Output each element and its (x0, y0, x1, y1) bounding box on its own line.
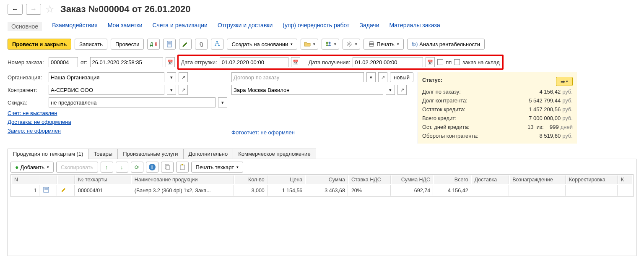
grid-header-row: N № техкарты Наименование продукции Кол-… (12, 175, 632, 184)
svg-rect-0 (167, 41, 171, 47)
tab-invoices[interactable]: Счета и реализации (152, 22, 207, 31)
info-icon[interactable]: i (146, 162, 158, 173)
tab-interactions[interactable]: Взаимодействия (52, 22, 98, 31)
svg-rect-10 (370, 42, 373, 43)
edit-row-icon[interactable] (58, 185, 75, 196)
svg-rect-4 (216, 41, 218, 42)
address-input[interactable] (231, 85, 383, 95)
measure-link[interactable]: Замер: не оформлен (8, 128, 61, 134)
add-button[interactable]: ●Добавить▾ (10, 162, 54, 173)
order-date-input[interactable] (90, 57, 163, 67)
contragent-input[interactable] (49, 85, 164, 95)
calendar-icon[interactable]: 📅 (166, 57, 175, 67)
refresh-icon[interactable]: ⟳ (131, 162, 143, 173)
process-button[interactable]: Провести (111, 39, 144, 50)
dropdown-icon[interactable]: ▾ (167, 72, 176, 82)
plus-icon: ● (15, 164, 18, 170)
open-icon[interactable]: ↗ (397, 85, 407, 95)
svg-point-7 (326, 42, 328, 44)
org-input[interactable] (49, 72, 164, 82)
attach-icon[interactable] (195, 39, 208, 50)
pp-checkbox[interactable] (437, 59, 443, 65)
tab-queue[interactable]: (упр) очередность работ (283, 22, 349, 31)
delivery-link[interactable]: Доставка: не оформлена (8, 119, 71, 125)
move-up-icon[interactable]: ↑ (101, 162, 113, 173)
subtab-products[interactable]: Продукция по техкартам (1) (8, 149, 88, 159)
edit-icon[interactable] (179, 39, 192, 50)
new-contract-button[interactable]: новый (390, 72, 413, 82)
subtab-goods[interactable]: Товары (88, 149, 118, 159)
shipment-date-input[interactable] (220, 57, 288, 67)
tab-shipments[interactable]: Отгрузки и доставки (218, 22, 273, 31)
pp-label: пп (446, 59, 452, 65)
structure-icon[interactable] (211, 39, 223, 50)
record-button[interactable]: Записать (75, 39, 107, 50)
open-icon[interactable]: ↗ (179, 85, 188, 95)
to-stock-label: заказ на склад (462, 59, 500, 65)
print-button[interactable]: Печать▾ (364, 39, 404, 50)
page-title: Заказ №000004 от 26.01.2020 (60, 4, 191, 15)
tab-tasks[interactable]: Задачи (359, 22, 379, 31)
folder-icon[interactable]: ▾ (301, 39, 318, 50)
grid-row[interactable]: 1 000004/01 (Банер 3.2 (360 dpi) 1x2, За… (12, 185, 632, 196)
receive-date-input[interactable] (353, 57, 423, 67)
gear-icon[interactable]: ▾ (343, 39, 360, 50)
tab-main[interactable]: Основное (8, 22, 42, 31)
copy-button[interactable]: Скопировать (56, 162, 98, 173)
document-icon[interactable] (163, 39, 176, 50)
copy-to-clipboard-icon[interactable] (161, 162, 174, 173)
sub-tabs: Продукция по техкартам (1) Товары Произв… (8, 149, 636, 159)
document-row-icon[interactable] (40, 185, 57, 196)
paste-icon[interactable] (176, 162, 189, 173)
invoice-link[interactable]: Счет: не выставлен (8, 110, 57, 116)
move-down-icon[interactable]: ↓ (116, 162, 128, 173)
process-close-button[interactable]: Провести и закрыть (8, 39, 71, 50)
svg-point-9 (348, 43, 350, 45)
svg-point-8 (328, 42, 330, 44)
subtab-body: ●Добавить▾ Скопировать ↑ ↓ ⟳ i Печать те… (8, 159, 636, 256)
svg-rect-15 (180, 165, 184, 170)
subtab-services[interactable]: Произвольные услуги (117, 149, 183, 159)
svg-rect-12 (370, 44, 373, 47)
calendar-icon[interactable]: 📅 (426, 57, 435, 67)
header: ← → ☆ Заказ №000004 от 26.01.2020 (0, 0, 644, 17)
photo-report-link[interactable]: Фотоотчет: не оформлен (231, 129, 295, 136)
print-techcards-button[interactable]: Печать техкарт▾ (191, 162, 244, 173)
open-icon[interactable]: ↗ (179, 72, 188, 82)
status-arrow-button[interactable]: ➡ ▾ (556, 77, 573, 86)
org-label: Организация: (8, 74, 46, 81)
receive-date-label: Дата получения: (309, 59, 351, 65)
svg-rect-16 (182, 164, 183, 165)
users-icon[interactable]: ▾ (322, 39, 339, 50)
dropdown-icon[interactable]: ▾ (167, 85, 176, 95)
subtab-offer[interactable]: Коммерческое предложение (233, 149, 316, 159)
main-toolbar: Провести и закрыть Записать Провести ДК … (0, 35, 644, 53)
calendar-icon[interactable]: 📅 (291, 57, 300, 67)
svg-rect-6 (218, 45, 220, 46)
nav-tabs: Основное Взаимодействия Мои заметки Счет… (0, 17, 644, 35)
star-icon[interactable]: ☆ (45, 3, 55, 15)
dropdown-icon[interactable]: ▾ (218, 97, 227, 107)
tab-notes[interactable]: Мои заметки (108, 22, 143, 31)
tab-materials[interactable]: Материалы заказа (389, 22, 440, 31)
grid-toolbar: ●Добавить▾ Скопировать ↑ ↓ ⟳ i Печать те… (10, 162, 634, 173)
dropdown-icon[interactable]: ▾ (366, 72, 376, 82)
shipment-date-label: Дата отгрузки: (181, 59, 217, 65)
nav-forward-button[interactable]: → (26, 4, 41, 15)
contract-placeholder[interactable]: Договор по заказу (234, 74, 279, 81)
status-panel: Статус: ➡ ▾ Долг по заказу:4 156,42руб. … (418, 72, 577, 144)
dropdown-icon[interactable]: ▾ (386, 85, 395, 95)
highlighted-dates: Дата отгрузки: 📅 Дата получения: 📅 пп за… (177, 55, 504, 70)
svg-rect-14 (166, 165, 169, 170)
nav-back-button[interactable]: ← (8, 4, 23, 15)
to-stock-checkbox[interactable] (454, 59, 460, 65)
order-no-input[interactable] (49, 57, 78, 67)
from-label: от: (80, 59, 88, 65)
create-based-button[interactable]: Создать на основании▾ (227, 39, 297, 50)
profitability-button[interactable]: f(x)Анализ рентабельности (407, 39, 485, 50)
subtab-additional[interactable]: Дополнительно (183, 149, 234, 159)
open-icon[interactable]: ↗ (378, 72, 387, 82)
discount-input[interactable] (49, 97, 216, 107)
dt-kt-icon[interactable]: ДК (147, 39, 160, 50)
svg-rect-5 (215, 45, 216, 46)
